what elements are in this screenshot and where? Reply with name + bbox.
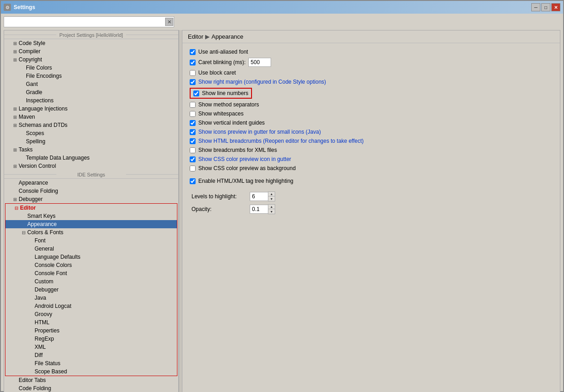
levels-input[interactable] — [250, 192, 268, 201]
setting-right-margin: Show right margin (configured in Code St… — [190, 79, 553, 85]
block-caret-label[interactable]: Use block caret — [198, 70, 236, 76]
tag-tree-label[interactable]: Enable HTML/XML tag tree highlighting — [198, 178, 293, 184]
icons-preview-label[interactable]: Show icons preview in gutter for small i… — [198, 129, 321, 135]
setting-method-separators: Show method separators — [190, 101, 553, 108]
opacity-input[interactable] — [250, 205, 268, 214]
editor-section-border: ⊟ Editor Smart Keys Appearance ⊟ Colors … — [5, 203, 177, 376]
sidebar-item-java[interactable]: Java — [5, 294, 177, 302]
right-margin-checkbox[interactable] — [190, 79, 196, 85]
search-input[interactable] — [4, 16, 174, 27]
sidebar-item-debugger[interactable]: ⊞ Debugger — [4, 195, 178, 203]
expand-icon: ⊞ — [11, 49, 19, 54]
search-clear-button[interactable]: ✕ — [165, 18, 173, 26]
minimize-button[interactable]: ─ — [531, 3, 540, 11]
sidebar-item-maven[interactable]: ⊞ Maven — [4, 113, 178, 121]
levels-increment-button[interactable]: ▲ — [268, 192, 275, 196]
sidebar-item-template-data[interactable]: Template Data Languages — [4, 154, 178, 162]
setting-xml-breadcrumbs: Show breadcrumbs for XML files — [190, 147, 553, 153]
sidebar-item-console-colors[interactable]: Console Colors — [5, 261, 177, 269]
sidebar-item-smart-keys[interactable]: Smart Keys — [5, 212, 177, 220]
right-panel-body: Use anti-aliased font Caret blinking (ms… — [182, 43, 560, 392]
sidebar-item-android-logcat[interactable]: Android Logcat — [5, 302, 177, 310]
sidebar-item-compiler[interactable]: ⊞ Compiler — [4, 47, 178, 55]
sidebar-splitter[interactable] — [179, 30, 182, 392]
vertical-indent-label[interactable]: Show vertical indent guides — [198, 120, 265, 126]
maximize-button[interactable]: □ — [541, 3, 550, 11]
method-separators-label[interactable]: Show method separators — [198, 101, 259, 108]
block-caret-checkbox[interactable] — [190, 70, 196, 76]
css-color-bg-label[interactable]: Show CSS color preview as background — [198, 165, 296, 171]
caret-blinking-label[interactable]: Caret blinking (ms): — [198, 59, 246, 65]
sidebar-item-file-status[interactable]: File Status — [5, 359, 177, 367]
sidebar-item-code-style[interactable]: ⊞ Code Style — [4, 39, 178, 47]
sidebar-item-editor[interactable]: ⊟ Editor — [5, 204, 177, 212]
sidebar-item-appearance[interactable]: Appearance — [4, 179, 178, 187]
settings-dialog: ⚙ Settings ─ □ ✕ ✕ Project Settings [Hel… — [0, 0, 564, 392]
checkbox-wrapper: Show breadcrumbs for XML files — [190, 147, 277, 153]
whitespaces-checkbox[interactable] — [190, 111, 196, 117]
right-margin-label[interactable]: Show right margin (configured in Code St… — [198, 79, 326, 85]
close-button[interactable]: ✕ — [551, 3, 560, 11]
tag-tree-options: Levels to highlight: ▲ ▼ Opacity: — [190, 191, 553, 214]
sidebar-item-file-colors[interactable]: File Colors — [4, 64, 178, 72]
expand-icon: ⊞ — [11, 57, 19, 62]
sidebar-item-editor-tabs[interactable]: Editor Tabs — [4, 376, 178, 384]
show-line-numbers-checkbox[interactable] — [193, 90, 199, 96]
sidebar-item-gradle[interactable]: Gradle — [4, 88, 178, 96]
sidebar-item-appearance-sub[interactable]: Appearance — [5, 220, 177, 228]
levels-decrement-button[interactable]: ▼ — [268, 196, 275, 201]
window-title: Settings — [14, 4, 35, 10]
vertical-indent-checkbox[interactable] — [190, 120, 196, 126]
html-breadcrumbs-label[interactable]: Show HTML breadcrumbs (Reopen editor for… — [198, 138, 364, 144]
css-color-icon-checkbox[interactable] — [190, 156, 196, 162]
sidebar-item-font[interactable]: Font — [5, 236, 177, 245]
sidebar-item-scopes[interactable]: Scopes — [4, 129, 178, 137]
sidebar-item-debugger-colors[interactable]: Debugger — [5, 286, 177, 294]
sidebar-item-code-folding[interactable]: Code Folding — [4, 384, 178, 392]
use-anti-aliased-checkbox[interactable] — [190, 49, 196, 55]
sidebar-item-schemas[interactable]: ⊞ Schemas and DTDs — [4, 121, 178, 129]
opacity-decrement-button[interactable]: ▼ — [268, 209, 275, 214]
use-anti-aliased-label[interactable]: Use anti-aliased font — [198, 49, 248, 55]
icons-preview-checkbox[interactable] — [190, 129, 196, 135]
sidebar-item-diff[interactable]: Diff — [5, 351, 177, 359]
sidebar-item-tasks[interactable]: ⊞ Tasks — [4, 146, 178, 154]
sidebar-item-regexp[interactable]: RegExp — [5, 335, 177, 343]
tag-tree-checkbox[interactable] — [190, 178, 196, 184]
sidebar-item-html[interactable]: HTML — [5, 318, 177, 327]
sidebar-item-properties[interactable]: Properties — [5, 327, 177, 335]
sidebar-item-inspections[interactable]: Inspections — [4, 96, 178, 105]
sidebar-item-groovy[interactable]: Groovy — [5, 310, 177, 318]
sidebar-item-scope-based[interactable]: Scope Based — [5, 367, 177, 376]
sidebar-item-general[interactable]: General — [5, 245, 177, 253]
xml-breadcrumbs-checkbox[interactable] — [190, 147, 196, 153]
whitespaces-label[interactable]: Show whitespaces — [198, 111, 243, 117]
caret-blinking-checkbox[interactable] — [190, 60, 196, 65]
method-separators-checkbox[interactable] — [190, 102, 196, 108]
show-line-numbers-label[interactable]: Show line numbers — [202, 90, 248, 96]
sidebar-item-spelling[interactable]: Spelling — [4, 137, 178, 146]
sidebar-item-colors-fonts[interactable]: ⊟ Colors & Fonts — [5, 228, 177, 236]
sidebar-item-console-font[interactable]: Console Font — [5, 269, 177, 277]
sidebar-item-version-control[interactable]: ⊞ Version Control — [4, 162, 178, 170]
html-breadcrumbs-checkbox[interactable] — [190, 138, 196, 144]
main-panel: Project Settings [HelloWorld] ⊞ Code Sty… — [4, 30, 560, 392]
sidebar-item-xml[interactable]: XML — [5, 343, 177, 351]
css-color-bg-checkbox[interactable] — [190, 166, 196, 171]
sidebar-item-console-folding[interactable]: Console Folding — [4, 187, 178, 195]
sidebar-item-language-injections[interactable]: ⊞ Language Injections — [4, 105, 178, 113]
sidebar-item-copyright[interactable]: ⊞ Copyright — [4, 55, 178, 64]
sidebar-item-language-defaults[interactable]: Language Defaults — [5, 253, 177, 261]
sidebar-item-gant[interactable]: Gant — [4, 80, 178, 88]
window-controls: ─ □ ✕ — [531, 3, 560, 11]
opacity-spinner-buttons: ▲ ▼ — [268, 204, 275, 214]
search-bar: ✕ — [4, 16, 560, 27]
sidebar-item-file-encodings[interactable]: File Encodings — [4, 72, 178, 80]
xml-breadcrumbs-label[interactable]: Show breadcrumbs for XML files — [198, 147, 277, 153]
css-color-icon-label[interactable]: Show CSS color preview icon in gutter — [198, 156, 291, 162]
caret-blinking-input[interactable] — [248, 58, 271, 67]
expand-icon: ⊞ — [11, 147, 19, 152]
opacity-increment-button[interactable]: ▲ — [268, 205, 275, 209]
sidebar-item-custom[interactable]: Custom — [5, 277, 177, 286]
titlebar: ⚙ Settings ─ □ ✕ — [1, 1, 563, 14]
